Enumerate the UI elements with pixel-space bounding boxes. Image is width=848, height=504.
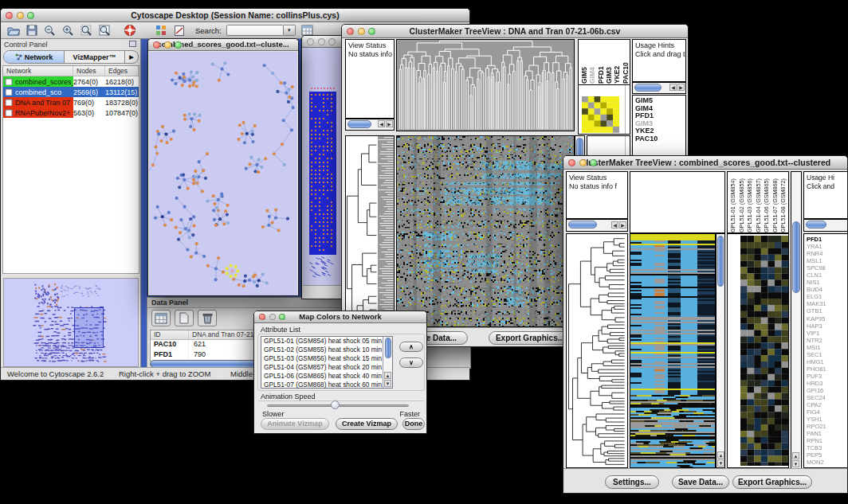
scroll-up-icon[interactable]: ▲ [717,451,724,459]
scroll-down-icon[interactable]: ▼ [384,380,391,387]
minimize-button[interactable] [318,38,325,45]
gene-name[interactable]: PAC10 [635,135,685,143]
column-dendrogram-canvas[interactable] [396,39,575,131]
row-dendrogram-canvas[interactable] [345,135,395,327]
gene-name[interactable]: PUF3 [807,373,848,380]
create-vizmap-button[interactable]: Create Vizmap [336,418,398,430]
scroll-right-icon[interactable]: ▶ [386,120,393,127]
gene-name[interactable]: TCB3 [807,444,848,451]
scroll-left-icon[interactable]: ◀ [611,221,618,229]
close-button[interactable] [153,41,160,49]
attribute-table-icon[interactable] [151,310,171,326]
zoom-button[interactable] [279,314,285,320]
minimize-button[interactable] [579,159,587,166]
gene-name[interactable]: NTR2 [807,337,848,344]
minimize-button[interactable] [269,314,276,320]
zoom-button[interactable] [368,28,375,35]
attribute-item[interactable]: GPL51-06 (GSM865) heat shock 40 min [261,372,392,381]
dialog-titlebar[interactable]: Map Colors to Network [254,311,426,323]
done-button[interactable]: Done [402,418,425,430]
gene-name[interactable]: HAP3 [807,322,848,330]
gene-name[interactable]: CLN1 [807,272,848,279]
gene-name[interactable]: RPO21 [807,423,848,430]
heatmap-canvas[interactable] [396,135,575,327]
move-down-button[interactable]: ∨ [399,357,423,368]
gene-name[interactable]: SPC98 [807,264,848,272]
scroll-down-icon[interactable]: ▼ [717,459,724,467]
network-graph-canvas[interactable] [149,52,297,295]
tab-network[interactable]: Network [4,51,65,63]
treeview1-titlebar[interactable]: ClusterMaker TreeView : DNA and Tran 07-… [342,25,688,38]
network-list-row[interactable]: RNAPuberNov2+ 563(0) 107847(0) [3,107,139,118]
settings-button[interactable]: Settings... [605,475,659,489]
attribute-item[interactable]: GPL51-03 (GSM856) heat shock 15 min [261,354,392,363]
gene-name[interactable]: HRD3 [807,380,848,387]
export-graphics-button[interactable]: Export Graphics... [732,475,812,489]
hscroll-thumb[interactable] [568,221,597,229]
gene-name[interactable]: VIP1 [807,330,848,337]
scroll-left-icon[interactable]: ◀ [669,84,677,91]
attribute-item[interactable]: GPL51-07 (GSM868) heat shock 60 min [261,381,392,389]
minimize-button[interactable] [164,41,171,49]
main-titlebar[interactable]: Cytoscape Desktop (Session Name: collins… [1,9,469,22]
gene-name[interactable]: YRA1 [807,243,848,250]
gene-name[interactable]: KAP95 [807,315,848,322]
gene-name[interactable]: RPN1 [807,437,848,444]
slider-thumb[interactable] [331,400,340,409]
birdseye-overview-canvas[interactable] [3,278,139,367]
export-graphics-button[interactable]: Export Graphics... [489,331,571,345]
gene-name[interactable]: MSI1 [807,344,848,351]
float-panel-icon[interactable] [129,41,136,47]
network-view-titlebar[interactable]: combined_scores_good.txt--cluste... [148,39,298,51]
gene-name[interactable]: PHO81 [807,365,848,373]
minimize-button[interactable] [358,28,365,35]
gene-name[interactable]: CPA2 [807,401,848,408]
hscroll-thumb[interactable] [347,120,371,128]
detail-heatmap-canvas[interactable] [740,236,788,466]
close-button[interactable] [259,314,265,320]
open-folder-icon[interactable] [6,24,20,37]
move-up-button[interactable]: ∧ [399,342,423,352]
gene-name[interactable]: RNR4 [807,250,848,257]
gene-name[interactable]: YSH1 [807,416,848,423]
hscroll-thumb[interactable] [806,221,826,229]
delete-trash-icon[interactable] [198,310,217,326]
zoom-in-icon[interactable] [61,24,75,37]
gene-name[interactable]: PFD1 [807,236,848,243]
heatmap-vscrollbar[interactable]: ▲ ▼ [716,233,725,468]
list-vscrollbar[interactable]: ▲ ▼ [383,337,392,388]
zoom-button[interactable] [590,159,597,166]
new-attribute-page-icon[interactable] [175,310,194,326]
scroll-right-icon[interactable]: ▶ [677,84,685,91]
usage-hints-hscrollbar[interactable] [803,219,848,232]
close-button[interactable] [307,38,314,45]
gene-name[interactable]: ELG1 [807,293,848,300]
minimize-button[interactable] [17,12,24,19]
search-input[interactable] [226,25,284,36]
scroll-down-icon[interactable]: ▼ [792,460,799,467]
expression-heatmap-canvas[interactable] [630,233,716,468]
gene-name[interactable]: MSL1 [807,257,848,264]
treeview2-titlebar[interactable]: ClusterMaker TreeView : combined_scores_… [563,156,847,170]
gene-name[interactable]: SEC24 [807,394,848,401]
gene-name[interactable]: PEP5 [807,451,848,459]
gene-name[interactable]: MAK31 [807,300,848,307]
gene-name[interactable]: NIS1 [807,279,848,286]
attribute-item[interactable]: GPL51-04 (GSM857) heat shock 20 min [261,363,392,372]
row-dendrogram-canvas[interactable] [566,233,628,468]
help-lifering-icon[interactable] [123,24,136,37]
zoom-fit-icon[interactable] [98,24,112,37]
hscroll-thumb[interactable] [634,84,662,92]
network-list-row[interactable]: combined_scores_ 2764(0) 16218(0) [3,76,139,87]
vscroll-thumb[interactable] [792,221,800,293]
close-button[interactable] [568,159,575,166]
vscroll-thumb[interactable] [385,338,391,358]
overview-grid-icon[interactable] [154,24,167,37]
usage-hints-hscrollbar[interactable]: ◀ ▶ [632,82,686,94]
scroll-left-icon[interactable]: ◀ [378,120,385,127]
zoom-button[interactable] [27,12,34,19]
gene-name[interactable]: GPI16 [807,387,848,394]
view-status-hscrollbar[interactable]: ◀ ▶ [566,219,628,232]
zoom-selected-icon[interactable] [80,24,93,37]
attribute-item[interactable]: GPL51-02 (GSM855) heat shock 10 min [261,346,392,354]
